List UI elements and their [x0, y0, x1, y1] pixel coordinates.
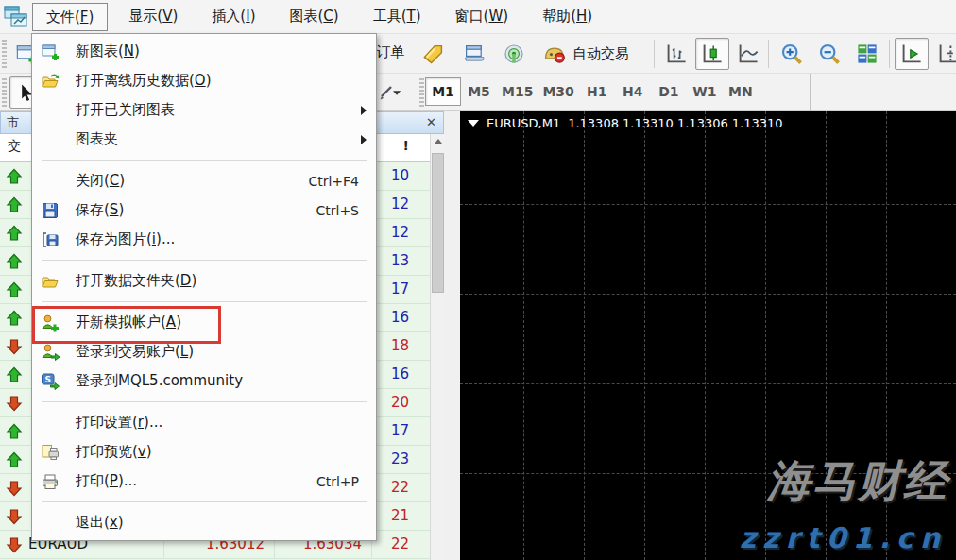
- menubar-item-help[interactable]: 帮助(H): [529, 3, 606, 31]
- trend-up-icon: [6, 451, 23, 468]
- market-watch-title: 市: [7, 115, 19, 129]
- no-icon: [39, 100, 61, 121]
- menubar-item-file[interactable]: 文件(F): [32, 3, 108, 31]
- no-icon: [39, 513, 61, 534]
- chart-shift-button[interactable]: [931, 38, 956, 70]
- gridline-vertical: [705, 111, 706, 560]
- trend-up-icon: [6, 366, 23, 383]
- toolbar-grip[interactable]: [2, 78, 7, 107]
- submenu-arrow-icon: [361, 135, 367, 144]
- timeframe-h1-button[interactable]: H1: [579, 77, 615, 106]
- spread-cell: 16: [371, 309, 418, 326]
- timeframe-h4-button[interactable]: H4: [615, 77, 651, 106]
- toolbar-grip[interactable]: [2, 40, 7, 68]
- timeframe-m30-button[interactable]: M30: [538, 77, 578, 106]
- menu-item-exit[interactable]: 退出(x): [32, 508, 376, 537]
- gridline-vertical: [765, 111, 766, 560]
- toolbar-separator: [768, 40, 769, 68]
- no-icon: [39, 171, 61, 192]
- menu-item-open-offline[interactable]: 打开离线历史数据(O): [32, 66, 376, 95]
- signal-icon[interactable]: [497, 38, 531, 70]
- menu-item-label: 图表夹: [76, 130, 361, 148]
- close-icon[interactable]: ✕: [423, 115, 439, 131]
- scrollbar-up-icon[interactable]: [431, 134, 445, 149]
- market-watch-scrollbar[interactable]: [430, 134, 444, 560]
- timeframe-m5-button[interactable]: M5: [461, 77, 497, 106]
- autotrading-label: 自动交易: [572, 45, 629, 63]
- tile-windows-button[interactable]: [850, 38, 884, 70]
- menu-item-print[interactable]: 打印(P)...Ctrl+P: [32, 467, 376, 496]
- menu-separator: [42, 501, 367, 502]
- menubar-item-view[interactable]: 显示(V): [115, 3, 191, 31]
- spread-column-header[interactable]: !: [371, 138, 418, 153]
- timeframe-w1-button[interactable]: W1: [687, 77, 723, 106]
- menu-item-label: 打印设置(r)...: [76, 414, 376, 432]
- gridline-vertical: [523, 111, 524, 560]
- menubar-item-insert[interactable]: 插入(I): [198, 3, 268, 31]
- timeframe-m1-button[interactable]: M1: [425, 77, 461, 106]
- bar-chart-mode-button[interactable]: [659, 38, 693, 70]
- autotrading-button[interactable]: 自动交易: [535, 38, 637, 70]
- symbol-column-header[interactable]: 交: [8, 138, 21, 155]
- no-icon: [39, 413, 61, 433]
- chevron-down-icon[interactable]: [468, 120, 479, 127]
- menubar-item-charts[interactable]: 图表(C): [277, 3, 352, 31]
- chart-ohlc-values: 1.13308 1.13310 1.13306 1.13310: [568, 116, 782, 130]
- toolbar-grip[interactable]: [419, 78, 424, 107]
- menu-item-label: 登录到交易账户(L): [76, 343, 376, 361]
- trend-down-icon: [6, 338, 23, 355]
- menubar-item-window[interactable]: 窗口(W): [442, 3, 522, 31]
- watermark-url: zzrt01.cn: [740, 521, 947, 554]
- menu-item-open-demo-account[interactable]: 开新模拟帐户(A): [32, 308, 376, 337]
- scrollbar-thumb[interactable]: [432, 153, 444, 293]
- login-trade-icon: [39, 342, 61, 363]
- menu-item-label: 打开数据文件夹(D): [76, 272, 376, 290]
- print-preview-icon: [39, 442, 61, 463]
- menu-item-label: 打开已关闭图表: [76, 101, 361, 119]
- menu-item-print-preview[interactable]: 打印预览(v): [32, 437, 376, 467]
- auto-scroll-button[interactable]: [895, 38, 929, 70]
- menu-item-open-data-folder[interactable]: 打开数据文件夹(D): [32, 266, 376, 296]
- menu-item-login-mql5[interactable]: S登录到MQL5.community: [32, 366, 376, 396]
- menu-item-login-trade[interactable]: 登录到交易账户(L): [32, 337, 376, 366]
- spread-cell: 18: [371, 337, 418, 354]
- zoom-in-button[interactable]: [775, 38, 809, 70]
- menu-item-close[interactable]: 关闭(C)Ctrl+F4: [32, 166, 376, 195]
- timeframe-m15-button[interactable]: M15: [497, 77, 538, 106]
- menu-item-save-as-picture[interactable]: 保存为图片(i)...: [32, 225, 376, 254]
- new-order-button[interactable]: 订单: [376, 43, 404, 61]
- open-offline-icon: [39, 71, 61, 92]
- toolbar-separator: [889, 40, 890, 68]
- menu-item-print-setup[interactable]: 打印设置(r)...: [32, 408, 376, 437]
- zoom-out-button[interactable]: [812, 38, 846, 70]
- trend-up-icon: [6, 423, 23, 440]
- spread-cell: 20: [371, 394, 418, 411]
- trend-up-icon: [6, 168, 23, 185]
- menu-item-open-deleted[interactable]: 打开已关闭图表: [32, 95, 376, 125]
- save-icon: [39, 200, 61, 221]
- spread-cell: 16: [371, 365, 418, 382]
- menu-item-new-chart[interactable]: 新图表(N): [32, 37, 376, 66]
- menubar-item-tools[interactable]: 工具(T): [360, 3, 435, 31]
- menu-item-label: 登录到MQL5.community: [76, 372, 376, 390]
- menu-item-profiles[interactable]: 图表夹: [32, 125, 376, 154]
- file-dropdown-menu: 新图表(N)打开离线历史数据(O)打开已关闭图表图表夹关闭(C)Ctrl+F4保…: [31, 33, 377, 541]
- menu-item-label: 打印预览(v): [76, 443, 376, 461]
- spread-cell: 23: [371, 450, 418, 467]
- menu-item-label: 关闭(C): [76, 172, 308, 190]
- trend-up-icon: [6, 196, 23, 213]
- menu-separator: [42, 260, 367, 261]
- data-window-icon[interactable]: [457, 38, 491, 70]
- autotrading-icon: [542, 42, 567, 66]
- candlestick-mode-button[interactable]: [695, 38, 729, 70]
- market-watch-tag-icon[interactable]: [417, 38, 451, 70]
- timeframe-d1-button[interactable]: D1: [651, 77, 687, 106]
- timeframe-mn-button[interactable]: MN: [723, 77, 759, 106]
- gridline-horizontal: [460, 294, 956, 295]
- chart-area[interactable]: EURUSD,M1 1.13308 1.13310 1.13306 1.1331…: [460, 111, 956, 560]
- panel-splitter[interactable]: [445, 111, 460, 560]
- line-chart-mode-button[interactable]: [731, 38, 765, 70]
- menu-item-save[interactable]: 保存(S)Ctrl+S: [32, 195, 376, 225]
- menu-item-label: 保存为图片(i)...: [76, 230, 376, 248]
- menu-item-shortcut: Ctrl+P: [316, 474, 359, 489]
